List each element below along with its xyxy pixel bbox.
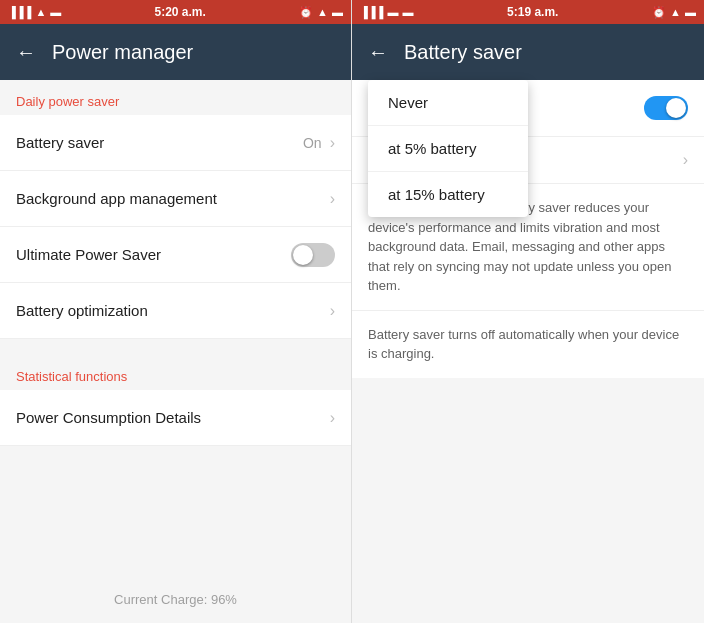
- section-gap: [0, 339, 351, 355]
- background-app-label: Background app management: [16, 190, 217, 207]
- ultimate-power-item[interactable]: Ultimate Power Saver: [0, 227, 351, 283]
- battery-saver-label: Battery saver: [16, 134, 104, 151]
- back-button-left[interactable]: ←: [16, 41, 36, 64]
- dropdown-5-label: at 5% battery: [388, 140, 476, 157]
- right-header: ← Battery saver: [352, 24, 704, 80]
- background-app-right: ›: [330, 190, 335, 208]
- battery-optimization-right: ›: [330, 302, 335, 320]
- right-header-title: Battery saver: [404, 41, 522, 64]
- battery-saver-right: On ›: [303, 134, 335, 152]
- dropdown-never-label: Never: [388, 94, 428, 111]
- section-statistical: Statistical functions: [0, 355, 351, 390]
- signal-icon: ▐▐▐: [8, 6, 31, 18]
- battery-icon-right: ▬: [332, 6, 343, 18]
- left-time: 5:20 a.m.: [155, 5, 206, 19]
- dropdown-item-5[interactable]: at 5% battery: [368, 126, 528, 172]
- ultimate-power-toggle[interactable]: [291, 243, 335, 267]
- dropdown-15-label: at 15% battery: [388, 186, 485, 203]
- battery-optimization-label: Battery optimization: [16, 302, 148, 319]
- right-panel: ▐▐▐ ▬ ▬ 5:19 a.m. ⏰ ▲ ▬ ← Battery saver …: [352, 0, 704, 623]
- back-button-right[interactable]: ←: [368, 41, 388, 64]
- right-alarm-icon: ⏰: [652, 6, 666, 19]
- dropdown-menu: Never at 5% battery at 15% battery: [368, 80, 528, 217]
- right-time: 5:19 a.m.: [507, 5, 558, 19]
- dropdown-item-never[interactable]: Never: [368, 80, 528, 126]
- wifi-icon: ▲: [35, 6, 46, 18]
- right-status-bar: ▐▐▐ ▬ ▬ 5:19 a.m. ⏰ ▲ ▬: [352, 0, 704, 24]
- ultimate-power-label: Ultimate Power Saver: [16, 246, 161, 263]
- battery-icon: ▬: [50, 6, 61, 18]
- battery-optimization-chevron: ›: [330, 302, 335, 320]
- charge-display: Current Charge: 96%: [0, 576, 351, 623]
- status-icons-right: ⏰ ▲ ▬: [299, 6, 343, 19]
- power-consumption-chevron: ›: [330, 409, 335, 427]
- background-app-chevron: ›: [330, 190, 335, 208]
- power-consumption-label: Power Consumption Details: [16, 409, 201, 426]
- left-panel: ▐▐▐ ▲ ▬ 5:20 a.m. ⏰ ▲ ▬ ← Power manager …: [0, 0, 352, 623]
- right-signal-icon: ▐▐▐: [360, 6, 383, 18]
- power-consumption-right: ›: [330, 409, 335, 427]
- toggle-knob: [293, 245, 313, 265]
- left-header-title: Power manager: [52, 41, 193, 64]
- dropdown-item-15[interactable]: at 15% battery: [368, 172, 528, 217]
- alarm-icon: ⏰: [299, 6, 313, 19]
- on-toggle[interactable]: [644, 96, 688, 120]
- on-toggle-knob: [666, 98, 686, 118]
- background-app-item[interactable]: Background app management ›: [0, 171, 351, 227]
- section-daily: Daily power saver: [0, 80, 351, 115]
- battery-saver-value: On: [303, 135, 322, 151]
- turn-on-chevron: ›: [683, 151, 688, 169]
- battery-saver-chevron: ›: [330, 134, 335, 152]
- wifi-icon-right: ▲: [317, 6, 328, 18]
- right-status-icons-right: ⏰ ▲ ▬: [652, 6, 696, 19]
- status-icons-left: ▐▐▐ ▲ ▬: [8, 6, 61, 18]
- right-battery-icon: ▬: [402, 6, 413, 18]
- right-status-icons-left: ▐▐▐ ▬ ▬: [360, 6, 413, 18]
- right-battery-charge-icon: ▬: [387, 6, 398, 18]
- power-consumption-item[interactable]: Power Consumption Details ›: [0, 390, 351, 446]
- note-text: Battery saver turns off automatically wh…: [368, 327, 679, 362]
- battery-saver-item[interactable]: Battery saver On ›: [0, 115, 351, 171]
- right-battery-icon-r: ▬: [685, 6, 696, 18]
- battery-optimization-item[interactable]: Battery optimization ›: [0, 283, 351, 339]
- right-wifi-icon: ▲: [670, 6, 681, 18]
- left-status-bar: ▐▐▐ ▲ ▬ 5:20 a.m. ⏰ ▲ ▬: [0, 0, 351, 24]
- left-header: ← Power manager: [0, 24, 351, 80]
- note-row: Battery saver turns off automatically wh…: [352, 311, 704, 378]
